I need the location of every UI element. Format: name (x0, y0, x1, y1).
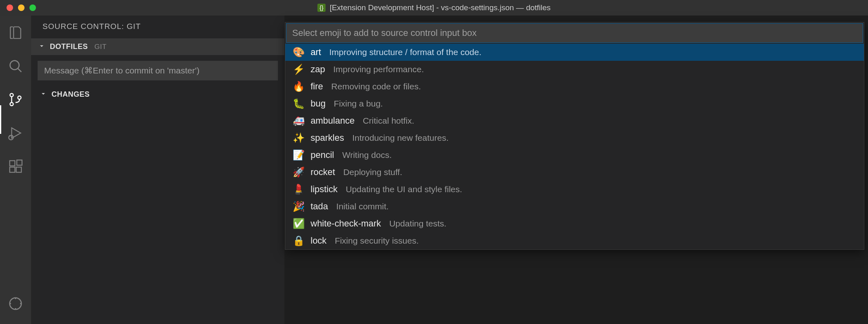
maximize-button[interactable] (29, 4, 36, 11)
tada-emoji-icon: 🎉 (293, 201, 304, 212)
ambulance-emoji-icon: 🚑 (293, 115, 304, 126)
fire-emoji-icon: 🔥 (293, 81, 304, 92)
quickpick-item-label: rocket (311, 167, 335, 178)
quickpick-list: 🎨artImproving structure / format of the … (285, 44, 864, 249)
quickpick-item-label: ambulance (311, 115, 355, 126)
quickpick-item-desc: Improving performance. (333, 64, 424, 74)
svg-point-13 (10, 298, 22, 310)
white-check-mark-emoji-icon: ✅ (293, 218, 304, 229)
quickpick-item-label: bug (311, 98, 326, 109)
debug-icon[interactable] (7, 125, 24, 141)
quickpick-item-art[interactable]: 🎨artImproving structure / format of the … (285, 44, 864, 61)
sidebar-header: SOURCE CONTROL: GIT (31, 16, 284, 38)
svg-line-1 (18, 69, 22, 72)
bug-emoji-icon: 🐛 (293, 98, 304, 109)
svg-point-4 (18, 96, 21, 99)
quickpick-item-label: pencil (311, 150, 334, 160)
file-icon: {} (318, 4, 326, 12)
quickpick-item-zap[interactable]: ⚡zapImproving performance. (285, 61, 864, 78)
quickpick-item-desc: Writing docs. (342, 150, 391, 160)
window-controls (0, 4, 36, 11)
quickpick-item-rocket[interactable]: 🚀rocketDeploying stuff. (285, 164, 864, 181)
svg-point-3 (10, 102, 13, 106)
quickpick-item-fire[interactable]: 🔥fireRemoving code or files. (285, 78, 864, 95)
svg-rect-9 (10, 161, 15, 166)
titlebar: {} [Extension Development Host] - vs-cod… (0, 0, 868, 16)
svg-point-0 (10, 61, 19, 70)
quickpick-palette: 🎨artImproving structure / format of the … (285, 22, 864, 250)
minimize-button[interactable] (18, 4, 25, 11)
quickpick-item-desc: Introducing new features. (352, 133, 449, 143)
quickpick-item-label: sparkles (311, 133, 344, 143)
accounts-icon[interactable] (7, 295, 24, 312)
changes-section[interactable]: CHANGES (31, 86, 284, 103)
lock-emoji-icon: 🔒 (293, 235, 304, 246)
sparkles-emoji-icon: ✨ (293, 132, 304, 144)
active-tab-indicator (0, 105, 1, 134)
close-button[interactable] (7, 4, 13, 11)
quickpick-item-label: fire (311, 81, 323, 92)
art-emoji-icon: 🎨 (293, 47, 304, 58)
chevron-down-icon (40, 91, 47, 99)
quickpick-item-desc: Improving structure / format of the code… (329, 47, 481, 57)
quickpick-item-desc: Updating the UI and style files. (346, 184, 462, 194)
chevron-down-icon (38, 43, 46, 51)
source-control-icon[interactable] (7, 91, 24, 108)
window-title-text: [Extension Development Host] - vs-code-s… (330, 3, 551, 12)
quickpick-item-label: zap (311, 64, 325, 75)
quickpick-item-label: lock (311, 235, 327, 246)
source-control-sidebar: SOURCE CONTROL: GIT DOTFILES GIT CHANGES (31, 16, 284, 324)
pencil-emoji-icon: 📝 (293, 149, 304, 161)
quickpick-item-desc: Updating tests. (389, 219, 446, 229)
window-title: {} [Extension Development Host] - vs-cod… (318, 3, 551, 12)
quickpick-item-white-check-mark[interactable]: ✅white-check-markUpdating tests. (285, 215, 864, 232)
svg-rect-12 (17, 160, 22, 165)
activity-bar (0, 16, 31, 324)
svg-rect-10 (10, 167, 15, 173)
quickpick-item-label: white-check-mark (311, 218, 381, 229)
extensions-icon[interactable] (7, 158, 24, 175)
svg-rect-11 (16, 167, 22, 173)
commit-message-input[interactable] (38, 61, 278, 80)
repo-type: GIT (94, 43, 107, 51)
quickpick-item-bug[interactable]: 🐛bugFixing a bug. (285, 95, 864, 112)
repo-section[interactable]: DOTFILES GIT (31, 38, 284, 55)
quickpick-item-desc: Initial commit. (336, 202, 389, 211)
quickpick-item-desc: Removing code or files. (331, 82, 421, 91)
lipstick-emoji-icon: 💄 (293, 184, 304, 195)
svg-line-8 (12, 135, 13, 136)
explorer-icon[interactable] (7, 24, 24, 41)
quickpick-item-tada[interactable]: 🎉tadaInitial commit. (285, 198, 864, 215)
search-icon[interactable] (7, 58, 24, 74)
quickpick-item-label: lipstick (311, 184, 338, 195)
svg-line-7 (9, 135, 10, 136)
changes-label: CHANGES (51, 90, 90, 99)
quickpick-item-lock[interactable]: 🔒lockFixing security issues. (285, 232, 864, 249)
rocket-emoji-icon: 🚀 (293, 166, 304, 178)
quickpick-item-desc: Deploying stuff. (343, 167, 402, 177)
quickpick-item-label: tada (311, 201, 328, 212)
zap-emoji-icon: ⚡ (293, 64, 304, 75)
quickpick-input[interactable] (286, 23, 863, 43)
quickpick-item-label: art (311, 47, 321, 58)
svg-point-2 (10, 93, 13, 97)
quickpick-item-desc: Critical hotfix. (363, 116, 414, 126)
quickpick-item-sparkles[interactable]: ✨sparklesIntroducing new features. (285, 129, 864, 146)
quickpick-item-ambulance[interactable]: 🚑ambulanceCritical hotfix. (285, 112, 864, 129)
quickpick-item-desc: Fixing security issues. (335, 236, 418, 246)
quickpick-item-lipstick[interactable]: 💄lipstickUpdating the UI and style files… (285, 181, 864, 198)
quickpick-item-pencil[interactable]: 📝pencilWriting docs. (285, 146, 864, 164)
repo-name: DOTFILES (50, 42, 88, 51)
quickpick-item-desc: Fixing a bug. (334, 99, 383, 109)
